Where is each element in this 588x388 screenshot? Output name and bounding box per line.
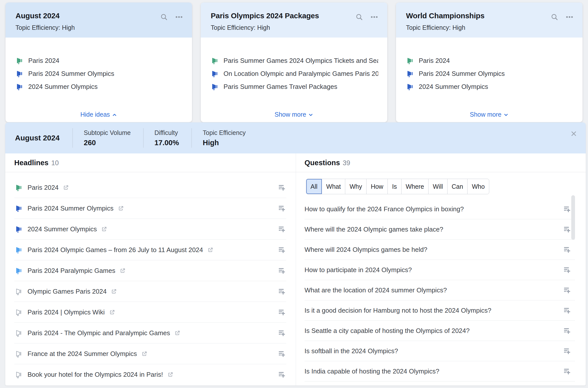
add-to-list-button[interactable] [278,183,286,192]
add-to-list-button[interactable] [278,246,286,254]
question-row: Is India capable of hosting the 2024 Oly… [304,361,575,381]
add-to-list-button[interactable] [563,306,572,315]
headline-link[interactable]: Book your hotel for the Olympics 2024 in… [28,371,174,378]
stat: Subtopic Volume 260 [72,122,143,153]
headline-link[interactable]: Paris 2024 - The Olympic and Paralympic … [28,329,181,337]
headline-row: Paris 2024 Summer Olympics [14,198,286,219]
add-to-list-button[interactable] [563,367,572,375]
card-item-label: 2024 Summer Olympics [419,83,488,91]
headline-link[interactable]: Paris 2024 Paralympic Games [28,267,126,275]
card-items: Paris 2024 Paris 2024 Summer Olympics 20… [396,38,582,93]
add-to-list-button[interactable] [563,286,572,294]
headline-label: Paris 2024 - The Olympic and Paralympic … [28,329,170,337]
filter-tab[interactable]: How [366,179,388,194]
add-to-list-button[interactable] [278,287,286,296]
megaphone-icon [16,184,23,191]
external-link-icon [141,350,148,357]
card-item-label: Paris 2024 [419,57,450,65]
card-subtitle: Topic Efficiency: High [211,24,377,31]
filter-tab[interactable]: Who [467,179,489,194]
more-options-icon[interactable] [175,13,183,21]
add-to-list-button[interactable] [563,266,572,274]
more-options-icon[interactable] [566,13,574,21]
question-row: Is Seattle a city capable of hosting the… [304,321,575,341]
headline-label: 2024 Summer Olympics [28,225,97,233]
filter-tab[interactable]: Is [388,179,401,194]
more-options-icon[interactable] [370,13,378,21]
scrollbar-thumb[interactable] [571,195,575,240]
headline-link[interactable]: France at the 2024 Summer Olympics [28,350,148,358]
headline-link[interactable]: Paris 2024 | Olympics Wiki [28,308,116,316]
card-item: Paris Summer Games 2024 Olympics Tickets… [212,54,378,67]
headline-row: 2024 Summer Olympics [14,219,286,240]
headline-label: France at the 2024 Summer Olympics [28,350,137,358]
add-to-list-button[interactable] [563,347,572,355]
search-icon[interactable] [160,13,168,21]
detail-title: August 2024 [5,134,72,142]
filter-tab[interactable]: Where [401,179,428,194]
card-footer-link[interactable]: Show more [396,111,582,118]
playlist-add-icon [278,308,286,316]
headline-label: Paris 2024 Olympic Games – from 26 July … [28,246,203,254]
filter-tab[interactable]: Can [447,179,468,194]
topic-card-header: World Championships Topic Efficiency: Hi… [396,3,582,38]
topic-detail-panel: August 2024 Subtopic Volume 260 Difficul… [5,122,586,385]
filter-tab[interactable]: What [322,179,345,194]
external-link-icon [207,247,214,253]
card-item: Paris 2024 [407,54,574,67]
card-item-label: Paris 2024 Summer Olympics [419,70,505,78]
add-to-list-button[interactable] [278,308,286,316]
search-icon[interactable] [550,13,558,21]
megaphone-icon [16,225,23,233]
headline-link[interactable]: Paris 2024 Summer Olympics [28,205,124,212]
section-count: 39 [343,159,350,167]
megaphone-icon [16,329,23,337]
add-to-list-button[interactable] [278,204,286,213]
playlist-add-icon [563,286,572,294]
add-to-list-button[interactable] [278,349,286,358]
card-footer-link[interactable]: Show more [201,111,387,118]
card-title: World Championships [406,12,572,20]
topic-card-header: Paris Olympics 2024 Packages Topic Effic… [201,3,387,38]
add-to-list-button[interactable] [563,205,572,213]
headline-link[interactable]: Olympic Games Paris 2024 [28,288,117,295]
add-to-list-button[interactable] [278,329,286,337]
playlist-add-icon [278,183,286,192]
question-row: How to qualify for the 2024 France Olymp… [304,199,575,219]
stat: Topic Efficiency High [192,122,258,153]
add-to-list-button[interactable] [278,266,286,275]
card-subtitle: Topic Efficiency: High [16,24,182,31]
close-icon[interactable] [570,130,577,137]
questions-list: How to qualify for the 2024 France Olymp… [296,199,586,381]
question-text: Is softball in the 2024 Olympics? [304,347,398,355]
external-link-icon [119,267,126,274]
filter-tab[interactable]: All [306,179,322,194]
question-text: Is Seattle a city capable of hosting the… [304,327,470,335]
question-row: What are the location of 2024 summer Oly… [304,280,575,300]
headline-link[interactable]: Paris 2024 Olympic Games – from 26 July … [28,246,214,254]
headline-label: Paris 2024 Paralympic Games [28,267,115,275]
question-text: How to participate in 2024 Olympics? [304,266,412,274]
add-to-list-button[interactable] [278,225,286,233]
topic-card: Paris Olympics 2024 Packages Topic Effic… [201,3,387,122]
headlines-section: Headlines10 Paris 2024 Paris 2024 Summer… [5,153,296,385]
card-footer-link[interactable]: Hide ideas [6,111,192,118]
card-title: August 2024 [16,12,182,20]
filter-tab[interactable]: Will [428,179,447,194]
search-icon[interactable] [355,13,363,21]
filter-tab[interactable]: Why [345,179,366,194]
megaphone-icon [16,350,23,357]
add-to-list-button[interactable] [563,245,572,254]
playlist-add-icon [278,287,286,296]
headline-link[interactable]: Paris 2024 [28,184,69,191]
footer-label: Show more [470,111,501,118]
card-actions [160,13,183,21]
headline-link[interactable]: 2024 Summer Olympics [28,225,108,233]
add-to-list-button[interactable] [278,370,286,379]
cards-row: August 2024 Topic Efficiency: High Paris… [6,3,582,122]
chevron-down-icon [503,112,509,117]
add-to-list-button[interactable] [563,326,572,335]
headline-row: France at the 2024 Summer Olympics [14,343,286,364]
add-to-list-button[interactable] [563,225,572,234]
playlist-add-icon [278,204,286,213]
